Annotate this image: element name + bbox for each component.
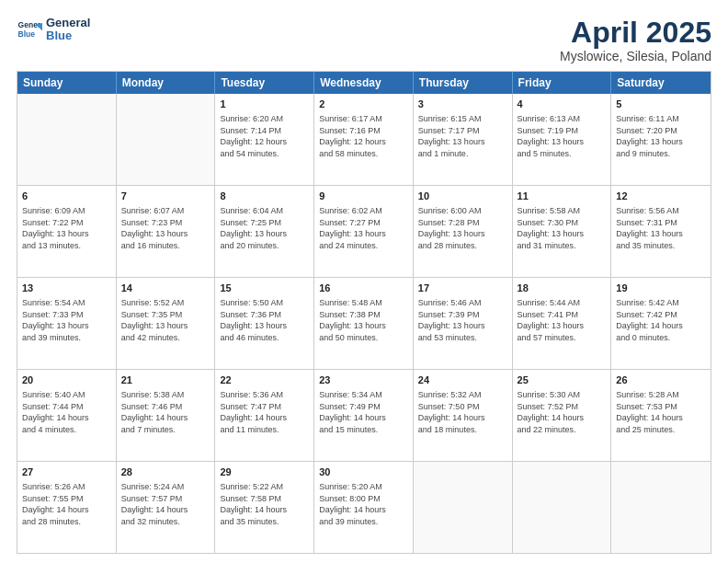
calendar-cell: 6Sunrise: 6:09 AM Sunset: 7:22 PM Daylig… xyxy=(17,186,117,277)
cell-info: Sunrise: 5:52 AM Sunset: 7:35 PM Dayligh… xyxy=(121,297,210,343)
cell-day-number: 6 xyxy=(22,190,111,203)
cell-day-number: 23 xyxy=(319,373,408,387)
cell-day-number: 19 xyxy=(616,282,706,295)
calendar-cell xyxy=(117,94,216,185)
calendar-cell: 25Sunrise: 5:30 AM Sunset: 7:52 PM Dayli… xyxy=(513,370,612,461)
calendar-cell: 27Sunrise: 5:26 AM Sunset: 7:55 PM Dayli… xyxy=(17,462,117,553)
calendar-cell: 2Sunrise: 6:17 AM Sunset: 7:16 PM Daylig… xyxy=(314,94,414,185)
logo-line1: General xyxy=(46,17,90,29)
cell-day-number: 11 xyxy=(518,190,607,203)
cell-info: Sunrise: 6:11 AM Sunset: 7:20 PM Dayligh… xyxy=(616,113,706,159)
calendar-cell: 24Sunrise: 5:32 AM Sunset: 7:50 PM Dayli… xyxy=(414,370,513,461)
cell-info: Sunrise: 5:46 AM Sunset: 7:39 PM Dayligh… xyxy=(418,297,507,343)
cell-info: Sunrise: 5:32 AM Sunset: 7:50 PM Dayligh… xyxy=(418,389,507,435)
calendar: SundayMondayTuesdayWednesdayThursdayFrid… xyxy=(17,71,711,554)
svg-text:Blue: Blue xyxy=(18,29,36,39)
cell-day-number: 2 xyxy=(319,98,408,111)
calendar-cell xyxy=(17,94,117,185)
cell-info: Sunrise: 5:24 AM Sunset: 7:57 PM Dayligh… xyxy=(121,481,210,527)
calendar-cell: 3Sunrise: 6:15 AM Sunset: 7:17 PM Daylig… xyxy=(414,94,513,185)
calendar-cell: 4Sunrise: 6:13 AM Sunset: 7:19 PM Daylig… xyxy=(513,94,612,185)
calendar-row: 6Sunrise: 6:09 AM Sunset: 7:22 PM Daylig… xyxy=(17,186,711,278)
cell-info: Sunrise: 5:26 AM Sunset: 7:55 PM Dayligh… xyxy=(22,481,111,527)
cell-day-number: 20 xyxy=(22,373,111,387)
cell-info: Sunrise: 5:54 AM Sunset: 7:33 PM Dayligh… xyxy=(22,297,111,343)
cell-info: Sunrise: 6:09 AM Sunset: 7:22 PM Dayligh… xyxy=(22,205,111,251)
title-location: Myslowice, Silesia, Poland xyxy=(560,49,711,63)
cell-info: Sunrise: 5:38 AM Sunset: 7:46 PM Dayligh… xyxy=(121,389,210,435)
logo-icon: General Blue xyxy=(17,17,42,42)
calendar-header-cell: Friday xyxy=(513,72,612,94)
cell-day-number: 12 xyxy=(616,190,706,203)
calendar-cell xyxy=(611,462,711,553)
cell-day-number: 10 xyxy=(418,190,507,203)
cell-day-number: 16 xyxy=(319,282,408,295)
cell-day-number: 7 xyxy=(121,190,210,203)
cell-info: Sunrise: 5:56 AM Sunset: 7:31 PM Dayligh… xyxy=(616,205,706,251)
cell-day-number: 5 xyxy=(616,98,706,111)
cell-info: Sunrise: 6:17 AM Sunset: 7:16 PM Dayligh… xyxy=(319,113,408,159)
cell-info: Sunrise: 5:36 AM Sunset: 7:47 PM Dayligh… xyxy=(220,389,309,435)
cell-info: Sunrise: 5:42 AM Sunset: 7:42 PM Dayligh… xyxy=(616,297,706,343)
cell-day-number: 13 xyxy=(22,282,111,295)
cell-info: Sunrise: 6:20 AM Sunset: 7:14 PM Dayligh… xyxy=(220,113,309,159)
calendar-header-cell: Tuesday xyxy=(215,72,314,94)
calendar-cell xyxy=(513,462,612,553)
logo-line2: Blue xyxy=(46,29,90,42)
cell-info: Sunrise: 5:22 AM Sunset: 7:58 PM Dayligh… xyxy=(220,481,309,527)
calendar-cell: 29Sunrise: 5:22 AM Sunset: 7:58 PM Dayli… xyxy=(215,462,314,553)
calendar-cell: 30Sunrise: 5:20 AM Sunset: 8:00 PM Dayli… xyxy=(314,462,414,553)
cell-day-number: 25 xyxy=(518,373,607,387)
cell-day-number: 22 xyxy=(220,373,309,387)
calendar-cell: 18Sunrise: 5:44 AM Sunset: 7:41 PM Dayli… xyxy=(513,278,612,369)
cell-info: Sunrise: 6:13 AM Sunset: 7:19 PM Dayligh… xyxy=(518,113,607,159)
calendar-cell: 19Sunrise: 5:42 AM Sunset: 7:42 PM Dayli… xyxy=(611,278,711,369)
calendar-cell xyxy=(414,462,513,553)
cell-info: Sunrise: 6:07 AM Sunset: 7:23 PM Dayligh… xyxy=(121,205,210,251)
title-block: April 2025 Myslowice, Silesia, Poland xyxy=(560,17,711,63)
calendar-cell: 8Sunrise: 6:04 AM Sunset: 7:25 PM Daylig… xyxy=(215,186,314,277)
cell-day-number: 28 xyxy=(121,465,210,479)
cell-info: Sunrise: 5:58 AM Sunset: 7:30 PM Dayligh… xyxy=(518,205,607,251)
cell-info: Sunrise: 5:20 AM Sunset: 8:00 PM Dayligh… xyxy=(319,481,408,527)
cell-day-number: 4 xyxy=(518,98,607,111)
cell-info: Sunrise: 6:15 AM Sunset: 7:17 PM Dayligh… xyxy=(418,113,507,159)
cell-day-number: 30 xyxy=(319,465,408,479)
calendar-header-cell: Thursday xyxy=(414,72,513,94)
cell-day-number: 29 xyxy=(220,465,309,479)
cell-info: Sunrise: 5:44 AM Sunset: 7:41 PM Dayligh… xyxy=(518,297,607,343)
cell-day-number: 17 xyxy=(418,282,507,295)
calendar-header-cell: Monday xyxy=(117,72,216,94)
calendar-cell: 21Sunrise: 5:38 AM Sunset: 7:46 PM Dayli… xyxy=(117,370,216,461)
logo: General Blue General Blue xyxy=(17,17,90,43)
calendar-body: 1Sunrise: 6:20 AM Sunset: 7:14 PM Daylig… xyxy=(17,94,711,553)
calendar-header-cell: Wednesday xyxy=(314,72,414,94)
calendar-cell: 14Sunrise: 5:52 AM Sunset: 7:35 PM Dayli… xyxy=(117,278,216,369)
cell-info: Sunrise: 6:02 AM Sunset: 7:27 PM Dayligh… xyxy=(319,205,408,251)
cell-day-number: 27 xyxy=(22,465,111,479)
cell-day-number: 14 xyxy=(121,282,210,295)
cell-info: Sunrise: 5:48 AM Sunset: 7:38 PM Dayligh… xyxy=(319,297,408,343)
calendar-cell: 16Sunrise: 5:48 AM Sunset: 7:38 PM Dayli… xyxy=(314,278,414,369)
calendar-cell: 9Sunrise: 6:02 AM Sunset: 7:27 PM Daylig… xyxy=(314,186,414,277)
calendar-row: 13Sunrise: 5:54 AM Sunset: 7:33 PM Dayli… xyxy=(17,278,711,370)
title-month: April 2025 xyxy=(560,17,711,49)
calendar-row: 1Sunrise: 6:20 AM Sunset: 7:14 PM Daylig… xyxy=(17,94,711,186)
cell-day-number: 21 xyxy=(121,373,210,387)
cell-day-number: 8 xyxy=(220,190,309,203)
cell-info: Sunrise: 6:04 AM Sunset: 7:25 PM Dayligh… xyxy=(220,205,309,251)
calendar-header-cell: Saturday xyxy=(611,72,711,94)
cell-day-number: 1 xyxy=(220,98,309,111)
calendar-cell: 1Sunrise: 6:20 AM Sunset: 7:14 PM Daylig… xyxy=(215,94,314,185)
calendar-cell: 26Sunrise: 5:28 AM Sunset: 7:53 PM Dayli… xyxy=(611,370,711,461)
calendar-header-cell: Sunday xyxy=(17,72,117,94)
calendar-row: 27Sunrise: 5:26 AM Sunset: 7:55 PM Dayli… xyxy=(17,462,711,553)
cell-day-number: 9 xyxy=(319,190,408,203)
cell-info: Sunrise: 5:34 AM Sunset: 7:49 PM Dayligh… xyxy=(319,389,408,435)
cell-day-number: 26 xyxy=(616,373,706,387)
calendar-cell: 20Sunrise: 5:40 AM Sunset: 7:44 PM Dayli… xyxy=(17,370,117,461)
logo-text: General Blue xyxy=(46,17,90,43)
page: General Blue General Blue April 2025 Mys… xyxy=(0,0,728,563)
cell-day-number: 3 xyxy=(418,98,507,111)
cell-day-number: 18 xyxy=(518,282,607,295)
